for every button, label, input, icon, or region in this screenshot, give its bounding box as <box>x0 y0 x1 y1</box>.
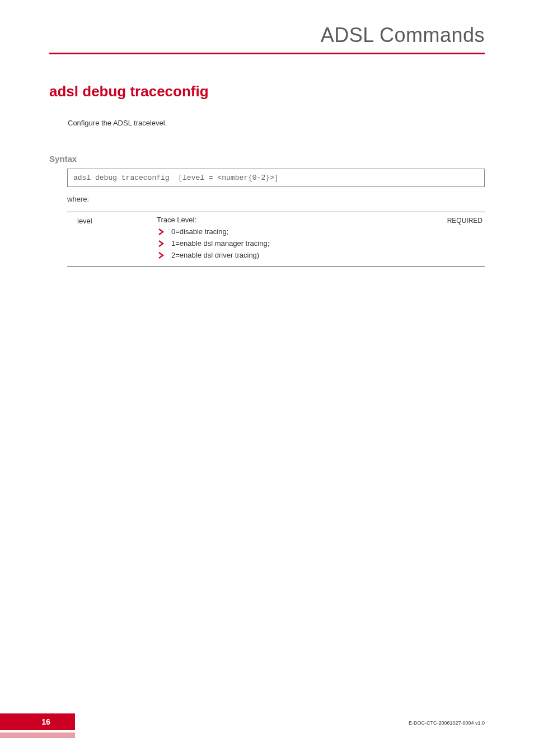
bullet-text: 0=disable tracing; <box>171 227 228 236</box>
where-label: where: <box>67 195 89 203</box>
section-description: Configure the ADSL tracelevel. <box>68 119 167 127</box>
divider <box>67 212 485 212</box>
syntax-code: adsl debug traceconfig [level = <number{… <box>67 169 485 187</box>
param-description: Trace Level: 0=disable tracing; 1=enable… <box>157 216 423 263</box>
header-divider <box>49 53 485 54</box>
chevron-right-icon <box>158 252 165 259</box>
param-name: level <box>67 216 157 225</box>
bullet-text: 2=enable dsl driver tracing) <box>171 251 259 259</box>
list-item: 0=disable tracing; <box>157 227 423 236</box>
bullet-text: 1=enable dsl manager tracing; <box>171 239 269 248</box>
list-item: 1=enable dsl manager tracing; <box>157 239 423 248</box>
divider <box>67 266 485 267</box>
list-item: 2=enable dsl driver tracing) <box>157 251 423 259</box>
param-required: REQUIRED <box>423 216 485 225</box>
syntax-heading: Syntax <box>49 154 77 164</box>
page-number: 16 <box>0 713 75 730</box>
chevron-right-icon <box>158 228 165 235</box>
footer-doc-id: E-DOC-CTC-20061027-0004 v1.0 <box>409 720 485 726</box>
page-header-title: ADSL Commands <box>321 24 485 47</box>
chevron-right-icon <box>158 240 165 247</box>
param-desc-heading: Trace Level: <box>157 216 423 224</box>
params-table: level Trace Level: 0=disable tracing; 1=… <box>67 212 485 267</box>
table-row: level Trace Level: 0=disable tracing; 1=… <box>67 216 485 263</box>
section-title: adsl debug traceconfig <box>49 83 209 100</box>
footer-accent-bar <box>0 732 75 738</box>
